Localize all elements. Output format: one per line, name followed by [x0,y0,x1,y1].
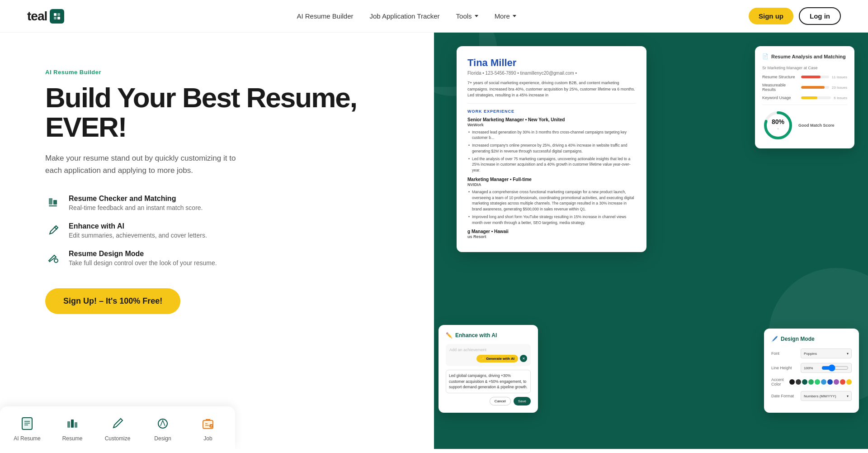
score-info: Good Match Score [798,123,835,128]
tab-design[interactable]: Design [149,415,176,442]
tab-resume[interactable]: Resume [59,415,86,442]
font-chevron-icon: ▾ [847,352,849,356]
features-list: Resume Checker and Matching Real-time fe… [45,195,407,267]
tab-customize-icon [109,415,126,432]
nav-actions: Sign up Log in [749,7,841,25]
swatch-red[interactable] [840,379,845,385]
date-chevron-icon: ▾ [847,394,849,398]
tab-customize[interactable]: Customize [104,415,131,442]
resume-section-work: WORK EXPERIENCE [467,109,636,114]
resume-card: Tina Miller Florida • 123-5456-7890 • ti… [457,46,646,252]
line-height-slider[interactable] [821,364,849,372]
ai-desc: Edit summaries, achievements, and cover … [69,232,207,239]
analysis-row-2: Measureable Results 23 Issues [762,83,847,92]
svg-text:+: + [777,127,779,130]
resume-job1-bullet1: Increased lead generation by 30% in 3 mo… [467,129,636,141]
logo[interactable]: teal [27,9,64,24]
enhance-card: ✏️ Enhance with AI Add an achievement ✨ … [439,325,538,413]
swatch-purple[interactable] [834,379,839,385]
nav-job-tracker[interactable]: Job Application Tracker [370,12,440,20]
swatch-black[interactable] [789,379,795,385]
resume-job1-bullet2: Increased company's online presence by 2… [467,143,636,154]
analysis-card: 📄 Resume Analysis and Matching Sr Market… [755,46,854,148]
resume-job1-title: Senior Marketing Manager • New York, Uni… [467,117,636,122]
swatch-blue[interactable] [821,379,826,385]
analysis-row-1: Resume Structure 11 Issues [762,75,847,79]
resume-name: Tina Miller [467,57,636,69]
bottom-tabs: AI Resume Resume Customi [0,406,235,449]
nav-tools[interactable]: Tools [456,12,478,20]
signup-button[interactable]: Sign up [749,8,793,24]
swatch-yellow[interactable] [846,379,852,385]
svg-text:80%: 80% [772,118,785,125]
enhance-actions: Cancel Save [446,397,531,405]
login-button[interactable]: Log in [799,7,841,25]
design-title: Resume Design Mode [69,250,217,258]
enhance-cancel-button[interactable]: Cancel [490,397,511,405]
enhance-save-button[interactable]: Save [514,397,531,405]
design-row-line-height: Line Height 100% [771,363,852,373]
tab-ai-resume[interactable]: AI Resume [14,415,41,442]
score-section: 80% + Good Match Score [762,105,847,141]
resume-job2-title: Marketing Manager • Full-time [467,177,636,182]
design-date-selector[interactable]: Numbers (MM/YYY) ▾ [801,391,852,401]
checker-text: Resume Checker and Matching Real-time fe… [69,195,203,211]
analysis-bar-1 [801,76,821,78]
svg-rect-4 [49,198,52,205]
generate-icon: ✨ [480,357,485,361]
enhance-btn-row: ✨ Generate with AI ✕ [449,355,527,362]
analysis-bar-2 [801,86,825,89]
checker-icon [45,195,61,211]
svg-rect-11 [75,422,77,428]
svg-rect-9 [67,421,70,428]
svg-rect-2 [54,17,57,19]
resume-contact: Florida • 123-5456-7890 • tinamillenyc20… [467,71,636,76]
analysis-bar-wrap-2 [801,86,829,89]
enhance-close-button[interactable]: ✕ [520,355,527,362]
tab-job-icon [200,415,216,432]
resume-job1-bullet3: Led the analysis of over 75 marketing ca… [467,156,636,173]
design-desc: Take full design control over the look o… [69,259,217,267]
generate-ai-button[interactable]: ✨ Generate with AI [476,355,518,362]
swatch-teal[interactable] [802,379,807,385]
nav-links: AI Resume Builder Job Application Tracke… [297,12,516,20]
tab-ai-resume-icon [19,415,35,432]
analysis-title-icon: 📄 [762,53,769,59]
hero-right: Tina Miller Florida • 123-5456-7890 • ti… [434,33,868,449]
svg-rect-6 [49,205,57,206]
svg-rect-10 [71,420,74,428]
hero-title: Build Your Best Resume, EVER! [45,83,407,142]
design-font-selector[interactable]: Poppins ▾ [801,348,852,358]
analysis-bar-3 [801,96,817,99]
swatch-light-green[interactable] [815,379,820,385]
enhance-icon: ✏️ [446,332,453,339]
enhance-text-content: Led global campaigns, driving +30% custo… [446,370,531,393]
swatch-dark-blue[interactable] [827,379,833,385]
hero-label-tag: AI Resume Builder [45,69,407,76]
hero-section: AI Resume Builder Build Your Best Resume… [0,33,868,449]
tab-design-icon [155,415,171,432]
ai-icon [45,222,61,238]
design-mode-icon: 🖊️ [771,336,778,342]
svg-rect-3 [57,17,60,19]
analysis-bar-wrap-3 [801,96,831,99]
nav-more[interactable]: More [495,12,516,20]
nav-ai-resume-builder[interactable]: AI Resume Builder [297,12,353,20]
accent-color-swatches[interactable] [789,379,852,385]
swatch-dark[interactable] [796,379,801,385]
navbar: teal AI Resume Builder Job Application T… [0,0,868,33]
resume-job2-bullet1: Managed a comprehensive cross functional… [467,189,636,212]
ai-text: Enhance with AI Edit summaries, achievem… [69,222,207,239]
svg-point-14 [209,424,213,428]
checker-desc: Real-time feedback and an instant match … [69,204,203,211]
feature-design: Resume Design Mode Take full design cont… [45,250,407,267]
design-line-height-value[interactable]: 100% [801,363,852,373]
design-icon [45,250,61,266]
resume-job2-bullet2: Improved long and short form YouTube str… [467,214,636,226]
svg-rect-0 [54,13,57,16]
tab-job[interactable]: Job [194,415,222,442]
hero-subtitle: Make your resume stand out by quickly cu… [45,153,253,176]
feature-checker: Resume Checker and Matching Real-time fe… [45,195,407,211]
swatch-green[interactable] [808,379,814,385]
cta-button[interactable]: Sign Up! – It's 100% Free! [45,288,180,314]
